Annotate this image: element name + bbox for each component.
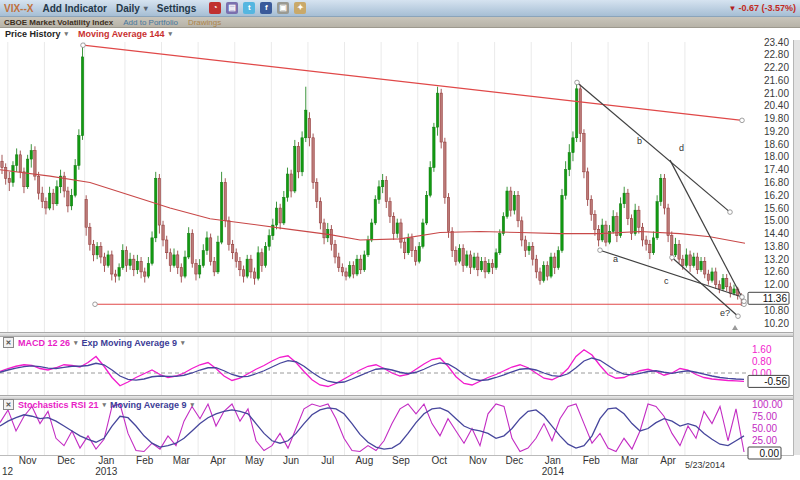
month-label: Jan bbox=[545, 455, 561, 466]
price-tick-label: 16.20 bbox=[764, 190, 789, 201]
price-tick-label: 17.40 bbox=[764, 164, 789, 175]
month-label: Dec bbox=[57, 455, 75, 466]
price-tick-label: 18.60 bbox=[764, 139, 789, 150]
trendline-drawings[interactable]: abcde? bbox=[81, 43, 747, 330]
annotation-letter: e? bbox=[720, 308, 730, 318]
price-tick-label: 14.40 bbox=[764, 228, 789, 239]
stoch-last-value: 0.00 bbox=[760, 448, 780, 459]
left-year-label: 12 bbox=[2, 466, 14, 477]
last-price-value: 11.36 bbox=[763, 293, 788, 304]
stoch-ma-line bbox=[0, 408, 744, 449]
price-tick-label: 12.00 bbox=[764, 279, 789, 290]
stoch-caret-icon[interactable]: ▾ bbox=[103, 401, 107, 409]
macd-tick-label: 0.80 bbox=[752, 356, 772, 367]
month-label: Feb bbox=[583, 455, 601, 466]
month-label: Jul bbox=[321, 455, 334, 466]
month-label: Dec bbox=[506, 455, 524, 466]
price-tick-label: 23.40 bbox=[764, 37, 789, 48]
macd-panel-header: ✕ MACD 12 26 ▾ Exp Moving Average 9 ▾ bbox=[3, 337, 184, 348]
stoch-tick-label: 75.00 bbox=[752, 411, 777, 422]
month-label: Jun bbox=[283, 455, 299, 466]
drawing-handle-icon[interactable] bbox=[732, 325, 738, 330]
month-label: Mar bbox=[621, 455, 639, 466]
price-tick-label: 22.20 bbox=[764, 62, 789, 73]
month-label: Feb bbox=[136, 455, 154, 466]
right-scroll-strip[interactable] bbox=[793, 40, 800, 455]
price-tick-label: 19.80 bbox=[764, 113, 789, 124]
price-tick-label: 21.00 bbox=[764, 88, 789, 99]
price-tick-label: 10.20 bbox=[764, 318, 789, 329]
price-tick-label: 15.60 bbox=[764, 203, 789, 214]
macd-caret-icon[interactable]: ▾ bbox=[74, 339, 78, 347]
price-tick-label: 13.20 bbox=[764, 254, 789, 265]
stoch-close-icon[interactable]: ✕ bbox=[3, 399, 14, 410]
stoch-ma-caret-icon[interactable]: ▾ bbox=[190, 401, 194, 409]
annotation-letter: d bbox=[679, 143, 684, 153]
month-label: Apr bbox=[660, 455, 676, 466]
macd-signal-caret-icon[interactable]: ▾ bbox=[181, 339, 185, 347]
price-tick-label: 19.20 bbox=[764, 126, 789, 137]
annotation-letter: b bbox=[637, 136, 642, 146]
stoch-tick-label: 100.00 bbox=[752, 399, 783, 410]
price-tick-label: 12.60 bbox=[764, 266, 789, 277]
month-label: Nov bbox=[469, 455, 487, 466]
last-date-label: 5/23/2014 bbox=[685, 460, 725, 470]
annotation-letter: a bbox=[613, 254, 618, 264]
month-label: Oct bbox=[432, 455, 448, 466]
price-tick-label: 10.80 bbox=[764, 305, 789, 316]
month-label: Jan bbox=[98, 455, 114, 466]
macd-last-value: -0.56 bbox=[764, 376, 787, 387]
macd-close-icon[interactable]: ✕ bbox=[3, 337, 14, 348]
month-label: Apr bbox=[210, 455, 226, 466]
stoch-ma-dropdown[interactable]: Moving Average 9 bbox=[110, 400, 186, 410]
macd-signal-line bbox=[0, 358, 744, 383]
candlesticks bbox=[1, 46, 743, 306]
price-tick-label: 22.80 bbox=[764, 49, 789, 60]
price-tick-label: 18.00 bbox=[764, 151, 789, 162]
price-tick-label: 13.80 bbox=[764, 241, 789, 252]
time-axis[interactable]: NovDecJan2013FebMarAprMayJunJulAugSepOct… bbox=[2, 455, 725, 477]
price-tick-label: 16.80 bbox=[764, 177, 789, 188]
macd-tick-label: 1.60 bbox=[752, 344, 772, 355]
stoch-dropdown[interactable]: Stochastics RSI 21 bbox=[18, 400, 99, 410]
macd-dropdown[interactable]: MACD 12 26 bbox=[18, 338, 70, 348]
price-axis[interactable]: 23.4022.8022.2021.6021.0020.4019.8019.20… bbox=[748, 37, 789, 329]
macd-line bbox=[0, 350, 744, 387]
stoch-panel-header: ✕ Stochastics RSI 21 ▾ Moving Average 9 … bbox=[3, 399, 194, 410]
price-tick-label: 20.40 bbox=[764, 100, 789, 111]
price-tick-label: 21.60 bbox=[764, 75, 789, 86]
macd-panel: 1.600.800.00-0.56 bbox=[0, 344, 789, 388]
stoch-tick-label: 50.00 bbox=[752, 423, 777, 434]
chart-application: VIX--X Add Indicator Daily ▾ Settings ◔▤… bbox=[0, 0, 800, 480]
stoch-tick-label: 25.00 bbox=[752, 435, 777, 446]
price-tick-label: 15.00 bbox=[764, 215, 789, 226]
macd-signal-dropdown[interactable]: Exp Moving Average 9 bbox=[82, 338, 177, 348]
year-label: 2014 bbox=[542, 466, 565, 477]
month-label: May bbox=[245, 455, 264, 466]
month-label: Sep bbox=[392, 455, 410, 466]
month-label: Aug bbox=[355, 455, 373, 466]
month-label: Nov bbox=[19, 455, 37, 466]
year-label: 2013 bbox=[95, 466, 118, 477]
annotation-letter: c bbox=[664, 276, 669, 286]
month-label: Mar bbox=[173, 455, 191, 466]
